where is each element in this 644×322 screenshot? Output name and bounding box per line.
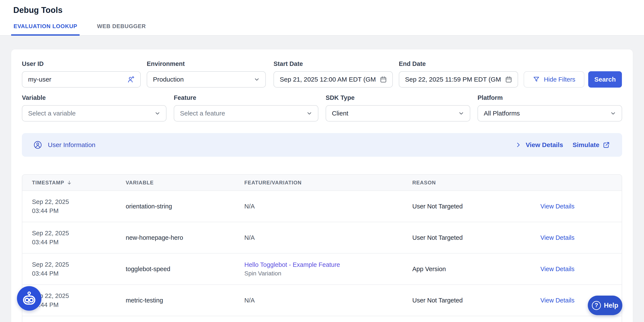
variable-field-group: Variable Select a variable [22, 94, 166, 122]
togglebot-assistant-button[interactable] [17, 286, 42, 311]
user-id-value: my-user [28, 76, 51, 83]
chevron-down-icon [458, 110, 465, 117]
end-date-value: Sep 22, 2025 11:59 PM EDT (GM… [405, 76, 501, 83]
tab-web-debugger[interactable]: WEB DEBUGGER [94, 23, 148, 36]
reason-cell: User Not Targeted [412, 203, 540, 210]
simulate-label: Simulate [572, 141, 600, 149]
column-header-variable: VARIABLE [126, 180, 244, 186]
user-information-actions: View Details Simulate [515, 141, 610, 149]
table-row: Sep 22, 202503:44 PMnew-homepage-heroN/A… [22, 222, 622, 253]
user-information-toggle[interactable]: User Information [33, 140, 96, 149]
debug-tools-panel: User ID my-user Environment Production [11, 49, 633, 322]
feature-link[interactable]: Hello Togglebot - Example Feature [244, 261, 412, 268]
chevron-down-icon [154, 110, 161, 117]
reason-cell: User Not Targeted [412, 297, 540, 304]
hide-filters-label: Hide Filters [544, 76, 575, 83]
table-row: Sep 22, 202503:44 PMmetric-testingN/AUse… [22, 284, 622, 316]
end-date-label: End Date [399, 60, 518, 67]
environment-field-group: Environment Production [147, 60, 266, 88]
row-view-details-link[interactable]: View Details [540, 265, 622, 273]
sdk-type-field-group: SDK Type Client [326, 94, 470, 122]
external-link-icon [602, 141, 610, 149]
view-details-label: View Details [526, 141, 563, 149]
chevron-down-icon [253, 76, 260, 83]
feature-select[interactable]: Select a feature [174, 105, 318, 122]
environment-value: Production [153, 76, 184, 83]
page-title: Debug Tools [13, 6, 62, 15]
feature-field-group: Feature Select a feature [174, 94, 318, 122]
help-button[interactable]: ? Help [588, 295, 622, 315]
feature-variation-cell: N/A [244, 297, 412, 304]
timestamp-time: 03:44 PM [32, 238, 126, 247]
timestamp-time: 03:44 PM [32, 206, 126, 215]
variable-cell: metric-testing [126, 297, 244, 304]
user-id-field-group: User ID my-user [22, 60, 141, 88]
start-date-value: Sep 21, 2025 12:00 AM EDT (GM… [280, 76, 376, 83]
calendar-icon[interactable] [505, 76, 512, 83]
tab-evaluation-lookup[interactable]: EVALUATION LOOKUP [11, 23, 80, 36]
feature-label: Feature [174, 94, 318, 101]
calendar-icon[interactable] [380, 76, 387, 83]
timestamp-time: 03:44 PM [32, 300, 126, 309]
evaluations-table: TIMESTAMP VARIABLE FEATURE/VARIATION REA… [22, 174, 622, 322]
end-date-input[interactable]: Sep 22, 2025 11:59 PM EDT (GM… [399, 71, 518, 88]
feature-variation-cell: Hello Togglebot - Example FeatureSpin Va… [244, 261, 412, 277]
timestamp-date: Sep 22, 2025 [32, 229, 126, 238]
simulate-link[interactable]: Simulate [572, 141, 610, 149]
user-id-label: User ID [22, 60, 141, 67]
timestamp-date: Sep 22, 2025 [32, 197, 126, 206]
hide-filters-button[interactable]: Hide Filters [524, 71, 584, 88]
question-mark-icon: ? [592, 301, 601, 310]
start-date-input[interactable]: Sep 21, 2025 12:00 AM EDT (GM… [274, 71, 393, 88]
user-information-banner: User Information View Details Simulate [22, 133, 622, 157]
user-id-input[interactable]: my-user [22, 71, 141, 88]
feature-value: N/A [244, 297, 412, 304]
column-header-timestamp[interactable]: TIMESTAMP [32, 180, 126, 186]
environment-select[interactable]: Production [147, 71, 266, 88]
user-circle-icon [33, 140, 42, 149]
reason-cell: User Not Targeted [412, 234, 540, 241]
variable-cell: new-homepage-hero [126, 234, 244, 241]
top-bar: Debug Tools EVALUATION LOOKUP WEB DEBUGG… [0, 0, 644, 36]
view-details-link[interactable]: View Details [526, 141, 563, 149]
search-button[interactable]: Search [588, 71, 622, 88]
table-row: Sep 22, 202503:44 PMtogglebot-speedHello… [22, 253, 622, 284]
variable-cell: togglebot-speed [126, 265, 244, 273]
column-header-reason: REASON [412, 180, 540, 186]
timestamp-cell: Sep 22, 202503:44 PM [32, 260, 126, 278]
tab-bar: EVALUATION LOOKUP WEB DEBUGGER [11, 23, 148, 36]
row-view-details-link[interactable]: View Details [540, 203, 622, 210]
sdk-type-value: Client [332, 110, 348, 117]
robot-icon [22, 291, 37, 306]
table-body: Sep 22, 202503:44 PMorientation-stringN/… [22, 190, 622, 316]
filter-row-1: User ID my-user Environment Production [22, 60, 622, 88]
row-view-details-link[interactable]: View Details [540, 234, 622, 241]
filter-row-2: Variable Select a variable Feature Selec… [22, 94, 622, 122]
feature-variation-cell: N/A [244, 203, 412, 210]
feature-value: N/A [244, 203, 412, 210]
platform-label: Platform [478, 94, 622, 101]
timestamp-cell: Sep 22, 202503:44 PM [32, 229, 126, 247]
table-row-partial [22, 316, 622, 322]
table-row: Sep 22, 202503:44 PMorientation-stringN/… [22, 190, 622, 222]
table-header: TIMESTAMP VARIABLE FEATURE/VARIATION REA… [22, 175, 622, 190]
add-user-icon[interactable] [126, 75, 135, 84]
start-date-field-group: Start Date Sep 21, 2025 12:00 AM EDT (GM… [274, 60, 393, 88]
variation-label: Spin Variation [244, 270, 412, 277]
timestamp-cell: Sep 22, 202503:44 PM [32, 291, 126, 309]
environment-label: Environment [147, 60, 266, 67]
feature-placeholder: Select a feature [180, 110, 225, 117]
reason-cell: App Version [412, 265, 540, 273]
feature-variation-cell: N/A [244, 234, 412, 241]
variable-cell: orientation-string [126, 203, 244, 210]
help-label: Help [604, 301, 618, 309]
chevron-right-icon[interactable] [515, 141, 522, 148]
sdk-type-label: SDK Type [326, 94, 470, 101]
platform-select[interactable]: All Platforms [478, 105, 622, 122]
variable-placeholder: Select a variable [28, 110, 76, 117]
user-information-title: User Information [48, 141, 96, 149]
platform-field-group: Platform All Platforms [478, 94, 622, 122]
variable-select[interactable]: Select a variable [22, 105, 166, 122]
timestamp-header-label: TIMESTAMP [32, 180, 64, 186]
sdk-type-select[interactable]: Client [326, 105, 470, 122]
